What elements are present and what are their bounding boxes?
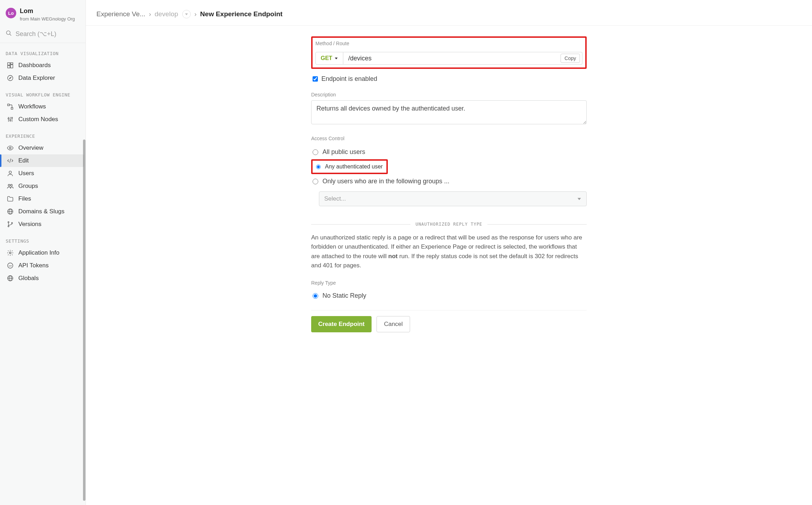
sidebar-item-overview[interactable]: Overview xyxy=(1,142,84,154)
avatar[interactable]: Lo xyxy=(6,8,16,18)
endpoint-enabled-checkbox[interactable]: Endpoint is enabled xyxy=(313,75,587,83)
branch-dropdown[interactable] xyxy=(182,10,191,18)
svg-point-13 xyxy=(10,120,11,121)
sidebar-item-label: Groups xyxy=(18,183,38,190)
sidebar-item-domains[interactable]: Domains & Slugs xyxy=(1,205,84,218)
svg-point-11 xyxy=(8,118,9,119)
sidebar-header: Lo Lom from Main WEGnology Org xyxy=(0,0,85,26)
code-icon xyxy=(6,157,14,164)
user-icon xyxy=(6,170,14,177)
section-label-data-viz: DATA VISUALIZATION xyxy=(0,43,85,59)
sidebar-item-files[interactable]: Files xyxy=(1,192,84,205)
svg-line-17 xyxy=(10,159,11,163)
sidebar-item-label: Data Explorer xyxy=(18,75,55,82)
breadcrumb-branch[interactable]: develop xyxy=(155,10,178,18)
svg-text:API: API xyxy=(8,265,12,267)
access-option-authenticated[interactable]: Any authenticated user xyxy=(311,159,388,174)
svg-rect-3 xyxy=(11,63,13,64)
radio-input[interactable] xyxy=(313,293,318,299)
enabled-checkbox-input[interactable] xyxy=(313,76,318,82)
users-icon xyxy=(6,183,14,190)
svg-point-15 xyxy=(11,117,12,118)
method-route-label: Method / Route xyxy=(315,41,582,46)
svg-marker-7 xyxy=(10,77,11,79)
folder-icon xyxy=(6,195,14,202)
access-option-groups[interactable]: Only users who are in the following grou… xyxy=(311,174,587,189)
eye-icon xyxy=(6,144,14,152)
sidebar-item-label: API Tokens xyxy=(18,262,49,269)
chevron-right-icon: › xyxy=(194,10,196,18)
globe-icon xyxy=(6,208,14,215)
sidebar-item-app-info[interactable]: Application Info xyxy=(1,246,84,259)
sidebar-item-label: Files xyxy=(18,195,31,202)
sidebar-item-label: Globals xyxy=(18,275,39,282)
group-select[interactable]: Select... xyxy=(319,191,587,206)
svg-point-26 xyxy=(11,222,12,224)
sidebar-item-workflows[interactable]: Workflows xyxy=(1,100,84,113)
workflow-icon xyxy=(6,103,14,110)
svg-point-18 xyxy=(9,171,12,173)
chevron-down-icon xyxy=(334,57,338,60)
method-value: GET xyxy=(321,55,332,61)
sidebar-item-edit[interactable]: Edit xyxy=(1,154,84,167)
sidebar-item-data-explorer[interactable]: Data Explorer xyxy=(1,72,84,84)
sidebar-item-groups[interactable]: Groups xyxy=(1,180,84,192)
route-input[interactable] xyxy=(348,55,561,62)
sidebar-item-custom-nodes[interactable]: Custom Nodes xyxy=(1,113,84,126)
description-textarea[interactable]: Returns all devices owned by the authent… xyxy=(311,100,587,124)
radio-label: No Static Reply xyxy=(322,292,366,299)
gear-icon xyxy=(6,249,14,256)
sidebar-item-label: Versions xyxy=(18,221,41,228)
radio-input[interactable] xyxy=(313,149,318,155)
svg-rect-4 xyxy=(11,65,13,68)
svg-point-0 xyxy=(6,31,10,35)
search-input[interactable]: Search (⌥+L) xyxy=(0,26,85,43)
section-label-settings: SETTINGS xyxy=(0,231,85,246)
scrollbar[interactable] xyxy=(83,139,85,501)
breadcrumb-current: New Experience Endpoint xyxy=(200,10,283,18)
radio-label: Only users who are in the following grou… xyxy=(322,178,449,185)
sidebar-item-dashboards[interactable]: Dashboards xyxy=(1,59,84,72)
unauthorized-divider: UNAUTHORIZED REPLY TYPE xyxy=(311,222,587,227)
radio-input[interactable] xyxy=(313,179,318,184)
user-org: from Main WEGnology Org xyxy=(20,16,75,22)
sidebar-item-label: Users xyxy=(18,170,34,177)
svg-point-20 xyxy=(11,184,12,186)
form-footer: Create Endpoint Cancel xyxy=(311,310,587,332)
sidebar-item-label: Edit xyxy=(18,157,29,164)
reply-option-no-static[interactable]: No Static Reply xyxy=(311,289,587,303)
compass-icon xyxy=(6,75,14,82)
svg-point-27 xyxy=(10,252,11,254)
api-icon: API xyxy=(6,262,14,269)
svg-rect-8 xyxy=(8,104,10,106)
svg-point-25 xyxy=(8,226,9,227)
sidebar-item-label: Application Info xyxy=(18,249,59,256)
create-endpoint-button[interactable]: Create Endpoint xyxy=(311,316,372,332)
reply-type-label: Reply Type xyxy=(311,280,587,286)
svg-rect-9 xyxy=(11,107,13,109)
copy-button[interactable]: Copy xyxy=(561,54,580,63)
sidebar-item-users[interactable]: Users xyxy=(1,167,84,180)
search-icon xyxy=(6,30,12,38)
method-route-highlight: Method / Route GET Copy xyxy=(311,36,587,69)
access-option-public[interactable]: All public users xyxy=(311,145,587,159)
select-placeholder: Select... xyxy=(324,195,346,202)
sidebar-item-label: Custom Nodes xyxy=(18,116,58,123)
sidebar-item-label: Domains & Slugs xyxy=(18,208,64,215)
radio-label: Any authenticated user xyxy=(325,164,383,170)
description-label: Description xyxy=(311,92,587,97)
search-placeholder: Search (⌥+L) xyxy=(16,30,57,38)
sidebar-item-globals[interactable]: Globals xyxy=(1,272,84,285)
sidebar-item-versions[interactable]: Versions xyxy=(1,218,84,231)
chevron-down-icon xyxy=(577,197,581,201)
svg-point-24 xyxy=(8,221,9,222)
unauthorized-help-text: An unauthorized static reply is a page o… xyxy=(311,233,587,270)
breadcrumb-first[interactable]: Experience Ve... xyxy=(96,10,145,18)
branch-icon xyxy=(6,221,14,228)
svg-rect-5 xyxy=(8,66,10,68)
cancel-button[interactable]: Cancel xyxy=(377,316,410,332)
sidebar-item-api-tokens[interactable]: API API Tokens xyxy=(1,259,84,272)
radio-input[interactable] xyxy=(316,165,321,169)
sidebar-item-label: Workflows xyxy=(18,103,46,110)
method-select[interactable]: GET xyxy=(315,52,343,65)
